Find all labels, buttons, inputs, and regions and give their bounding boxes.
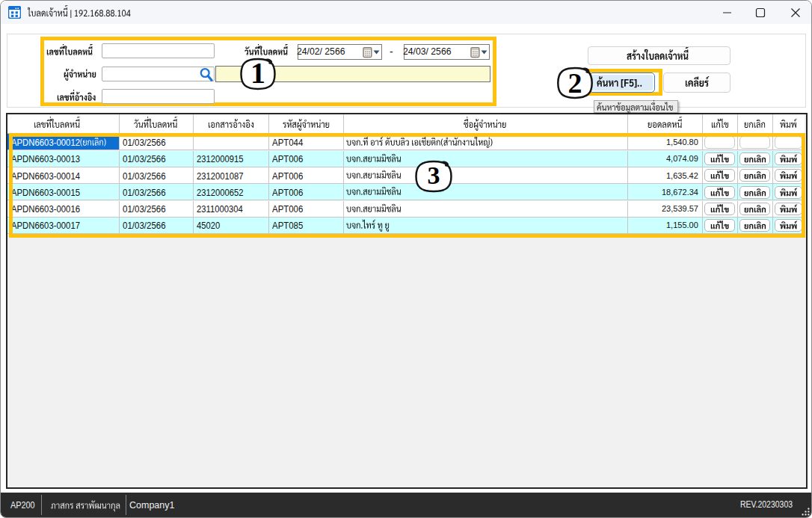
svg-text:2: 2 <box>568 67 582 99</box>
svg-text:3: 3 <box>428 161 440 189</box>
svg-text:1: 1 <box>250 56 265 90</box>
